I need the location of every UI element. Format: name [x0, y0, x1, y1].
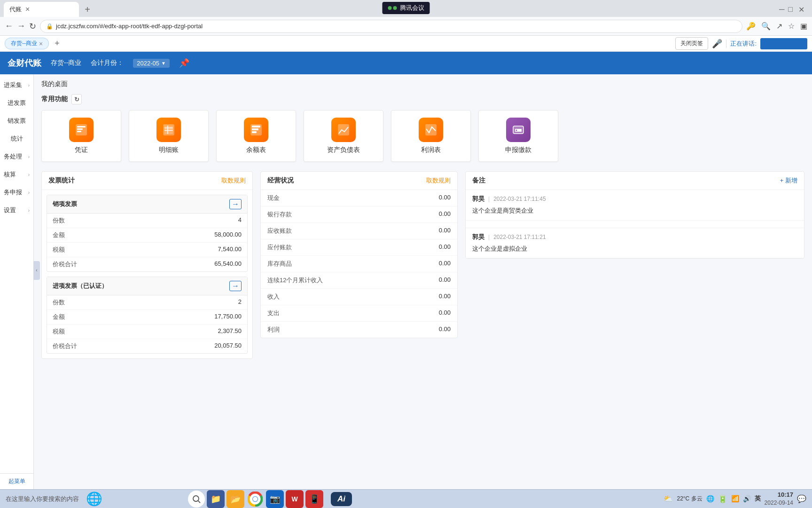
operation-panel-body: 现金 0.00 银行存款 0.00 应收账款 0.00 应付账款 [261, 190, 457, 338]
back-btn[interactable]: ← [5, 21, 13, 31]
sidebar-item-sales-invoice[interactable]: 销发票 [0, 112, 33, 130]
search-text: 在这里输入你要搜索的内容 [6, 495, 79, 503]
sidebar-item-declaration[interactable]: 务申报 › [0, 183, 33, 201]
ai-badge[interactable]: Ai [331, 492, 352, 506]
wifi-icon: 📶 [731, 495, 739, 502]
sales-invoice-title: 销项发票 [53, 200, 77, 208]
collapse-arrow-icon: ‹ [36, 268, 37, 273]
sidebar-declaration-label: 务申报 [4, 188, 22, 197]
invoice-panel-body: 销项发票 → 份数 4 金额 58,000.00 [42, 195, 252, 354]
meeting-dot-2 [393, 6, 397, 10]
sidebar-item-accounting[interactable]: 核算 › [0, 166, 33, 183]
sidebar-bottom-menu[interactable]: 起菜单 [0, 473, 33, 489]
note-item-1: 郭昊 | 2022-03-21 17:11:45 这个企业是商贸类企业 [466, 190, 804, 221]
svg-line-19 [198, 501, 200, 503]
svg-rect-10 [252, 126, 260, 127]
new-tab-btn[interactable]: + [81, 3, 94, 16]
tab-close-btn[interactable]: × [25, 5, 30, 14]
taskbar-chrome-icon[interactable] [246, 490, 264, 508]
volume-icon: 🔊 [743, 495, 751, 502]
bookmark-close-btn[interactable]: × [39, 40, 43, 48]
note-2-meta: 郭昊 | 2022-03-21 17:11:21 [472, 233, 797, 241]
note-add-button[interactable]: + 新增 [780, 176, 797, 185]
sales-invoice-sub: 销项发票 → 份数 4 金额 58,000.00 [47, 195, 248, 272]
invoice-fetch-rules-link[interactable]: 取数规则 [221, 176, 246, 185]
purchase-invoice-nav-icon[interactable]: → [229, 281, 242, 291]
operation-panel-title: 经营状况 [267, 176, 294, 185]
window-maximize[interactable]: □ [788, 5, 793, 14]
reload-btn[interactable]: ↻ [29, 21, 36, 32]
taskbar-search-btn[interactable] [188, 491, 205, 508]
notes-panel: 备注 + 新增 郭昊 | 2022-03-21 17:11:45 这个企业是商贸… [465, 171, 804, 365]
share-icon[interactable]: ↗ [776, 22, 782, 31]
main-content: 我的桌面 常用功能 ↻ 凭证 [34, 74, 812, 489]
window-minimize[interactable]: ─ [779, 5, 784, 14]
three-columns: 发票统计 取数规则 销项发票 → 份数 4 [41, 171, 804, 365]
purchase-total-label: 价税合计 [53, 342, 77, 350]
quick-icon-voucher[interactable]: 凭证 [41, 110, 121, 162]
sales-amount-label: 金额 [53, 231, 65, 239]
cumulative-revenue-value: 0.00 [439, 276, 451, 285]
sidebar-item-purchase-invoice[interactable]: 进发票 [0, 94, 33, 112]
mic-icon[interactable]: 🎤 [712, 39, 722, 49]
purchase-amount-label: 金额 [53, 313, 65, 321]
address-bar[interactable]: 🔒 jcdz.jcszfw.com/#/edfx-app-root/ttk-ed… [40, 20, 742, 33]
sidebar-item-statistics[interactable]: 统计 [0, 130, 33, 148]
bookmark-icon[interactable]: 📌 [179, 58, 189, 68]
taskbar-app-1[interactable]: 📁 [207, 490, 225, 508]
quick-icon-profit[interactable]: 利润表 [391, 110, 471, 162]
meeting-status-dots [388, 6, 397, 10]
taskbar-meeting-icon[interactable]: 📷 [266, 490, 284, 508]
browser-tab-active[interactable]: 代账 × [4, 2, 79, 17]
op-row-profit: 利润 0.00 [261, 322, 457, 338]
weather-icon: ⛅ [664, 494, 673, 503]
sidebar-item-settings[interactable]: 设置 › [0, 201, 33, 219]
sidebar-item-processing[interactable]: 务处理 › [0, 148, 33, 166]
bookmark-add-btn[interactable]: + [55, 39, 60, 48]
star-icon[interactable]: ☆ [788, 22, 795, 31]
purchase-tax-value: 2,307.50 [218, 327, 242, 336]
taskbar-app-2[interactable]: 📂 [226, 490, 244, 508]
sidebar-toggle-icon[interactable]: ▣ [800, 22, 807, 31]
forward-btn[interactable]: → [17, 21, 25, 31]
op-row-inventory: 库存商品 0.00 [261, 256, 457, 272]
sales-invoice-row-amount: 金额 58,000.00 [47, 228, 247, 243]
invoice-panel-title: 发票统计 [48, 176, 75, 185]
quick-icon-balance-sheet[interactable]: 资产负债表 [304, 110, 383, 162]
network-icon: 🌐 [706, 495, 714, 502]
weather-temp: 22°C 多云 [677, 495, 702, 503]
voucher-label: 凭证 [75, 146, 88, 154]
profit-row-label: 利润 [267, 325, 280, 334]
taskbar-app-red[interactable]: 📱 [305, 490, 323, 508]
ai-label: Ai [337, 494, 345, 503]
refresh-button[interactable]: ↻ [71, 94, 82, 104]
sidebar-item-procurement[interactable]: 进采集 › [0, 76, 33, 94]
close-page-button[interactable]: 关闭页签 [675, 37, 708, 50]
search-icon[interactable]: 🔍 [761, 22, 771, 31]
taskbar-globe-icon[interactable]: 🌐 [83, 491, 105, 508]
window-close[interactable]: ✕ [796, 5, 806, 14]
sidebar-settings-arrow: › [28, 208, 30, 213]
balance-label: 余额表 [246, 146, 266, 154]
accounting-period-dropdown[interactable]: 2022-05 ▼ [133, 59, 170, 68]
svg-point-18 [193, 496, 199, 501]
note-2-author: 郭昊 [472, 233, 484, 241]
sidebar-collapse-btn[interactable]: ‹ [33, 261, 40, 280]
password-icon[interactable]: 🔑 [746, 22, 756, 31]
purchase-invoice-row-count: 份数 2 [47, 295, 247, 310]
notification-icon[interactable]: 💬 [797, 494, 806, 503]
quick-icon-balance[interactable]: 余额表 [216, 110, 296, 162]
meeting-label: 腾讯会议 [400, 4, 424, 12]
quick-icon-tax-payment[interactable]: 申报缴款 [478, 110, 558, 162]
sales-count-label: 份数 [53, 216, 65, 225]
taskbar-app-wps[interactable]: W [286, 490, 304, 508]
quick-icon-ledger[interactable]: 明细账 [129, 110, 209, 162]
bookmark-tab-inventory[interactable]: 存货--商业 × [5, 38, 49, 49]
ledger-label: 明细账 [159, 146, 179, 154]
operation-fetch-rules-link[interactable]: 取数规则 [426, 176, 451, 185]
bookmark-tab-label: 存货--商业 [11, 40, 37, 48]
nav-inventory[interactable]: 存货--商业 [51, 59, 81, 67]
sales-invoice-row-tax: 税额 7,540.00 [47, 243, 247, 257]
sales-invoice-nav-icon[interactable]: → [229, 199, 242, 209]
sidebar-bottom-label: 起菜单 [8, 478, 25, 484]
